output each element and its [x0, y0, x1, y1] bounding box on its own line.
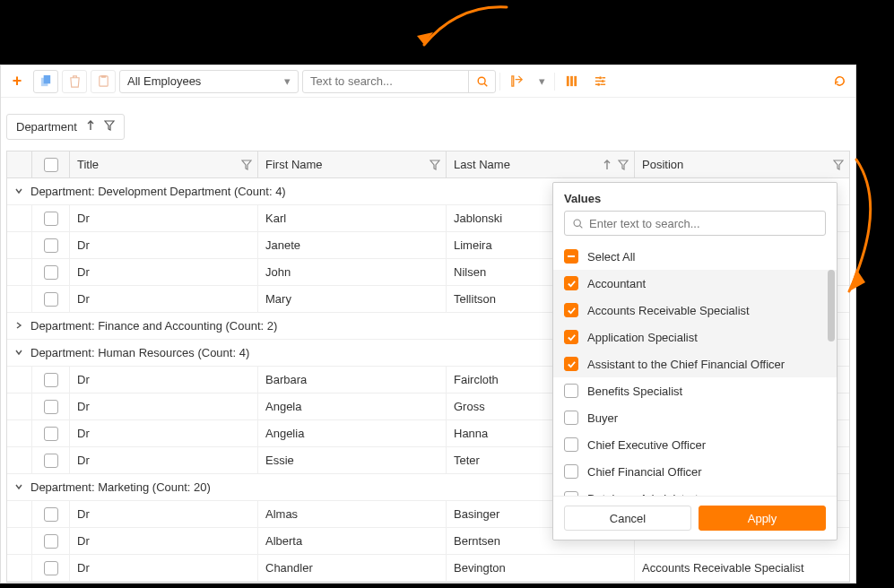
filter-icon[interactable]: [104, 120, 115, 134]
cell-first-name: Essie: [258, 447, 447, 473]
cell-first-name: Barbara: [258, 367, 447, 393]
caret-down-icon: ▾: [284, 74, 291, 88]
svg-point-6: [478, 77, 485, 84]
checkbox[interactable]: [564, 276, 578, 290]
apply-button[interactable]: Apply: [699, 506, 826, 531]
checkbox[interactable]: [564, 357, 578, 371]
row-checkbox[interactable]: [44, 561, 58, 575]
sort-asc-icon[interactable]: [86, 120, 95, 134]
checkbox[interactable]: [564, 384, 578, 398]
delete-button[interactable]: [62, 70, 87, 93]
header-last-name[interactable]: Last Name: [447, 151, 635, 177]
cell-expander: [7, 555, 32, 581]
checkbox[interactable]: [564, 330, 578, 344]
new-button[interactable]: +: [4, 70, 30, 93]
checkbox[interactable]: [564, 303, 578, 317]
columns-button[interactable]: [559, 70, 584, 93]
filter-value-item[interactable]: Assistant to the Chief Financial Officer: [553, 350, 837, 377]
svg-rect-9: [570, 76, 573, 86]
header-title[interactable]: Title: [70, 151, 258, 177]
row-checkbox[interactable]: [44, 534, 58, 549]
filter-value-item[interactable]: Accountant: [553, 270, 837, 297]
clipboard-button[interactable]: [91, 70, 116, 93]
checkbox[interactable]: [564, 491, 578, 496]
svg-marker-0: [417, 32, 433, 45]
cell-first-name: John: [258, 259, 447, 285]
checkbox[interactable]: [564, 411, 578, 425]
svg-rect-10: [574, 76, 577, 86]
header-position[interactable]: Position: [635, 151, 849, 177]
refresh-button[interactable]: [827, 70, 852, 93]
settings-button[interactable]: [587, 70, 612, 93]
filter-popup-position: Values Select All AccountantAccounts Rec…: [552, 182, 838, 540]
filter-search-input[interactable]: [589, 217, 818, 230]
export-dropdown[interactable]: ▾: [533, 70, 551, 93]
header-first-label: First Name: [265, 158, 323, 171]
cell-check: [32, 286, 70, 312]
filter-value-item[interactable]: Buyer: [553, 404, 837, 431]
cell-check: [32, 447, 70, 473]
sort-asc-icon[interactable]: [602, 160, 612, 170]
group-label: Department: Development Department (Coun…: [30, 185, 286, 198]
select-all-checkbox[interactable]: [564, 249, 578, 264]
view-selector[interactable]: All Employees ▾: [119, 70, 299, 93]
filter-value-item[interactable]: Application Specialist: [553, 324, 837, 350]
filter-icon[interactable]: [241, 160, 252, 170]
cell-first-name: Angelia: [258, 420, 447, 446]
filter-value-item[interactable]: Chief Financial Officer: [553, 458, 837, 485]
row-checkbox[interactable]: [44, 454, 58, 468]
chevron-down-icon: [14, 346, 23, 359]
cell-title: Dr: [70, 447, 258, 473]
filter-icon[interactable]: [618, 160, 629, 170]
filter-icon[interactable]: [833, 160, 844, 170]
group-chip-label: Department: [16, 120, 77, 134]
scrollbar-thumb[interactable]: [828, 270, 835, 342]
row-checkbox[interactable]: [44, 238, 58, 253]
export-button[interactable]: [504, 70, 529, 93]
cell-first-name: Alberta: [258, 528, 447, 554]
cell-title: Dr: [70, 555, 258, 581]
cell-first-name: Mary: [258, 286, 447, 312]
cell-title: Dr: [70, 420, 258, 446]
chevron-down-icon: [14, 480, 23, 494]
select-all-rows-checkbox[interactable]: [44, 158, 58, 172]
cell-check: [32, 393, 70, 419]
table-row[interactable]: DrChandlerBevingtonAccounts Receivable S…: [7, 555, 849, 582]
filter-value-item[interactable]: Database Administrator: [553, 485, 837, 496]
row-checkbox[interactable]: [44, 212, 58, 226]
cancel-button[interactable]: Cancel: [564, 506, 691, 531]
header-first-name[interactable]: First Name: [258, 151, 447, 177]
header-position-label: Position: [642, 158, 683, 171]
cell-first-name: Almas: [258, 501, 447, 527]
group-chip-department[interactable]: Department: [6, 114, 125, 140]
cell-last-name: Bevington: [447, 555, 635, 581]
search-button[interactable]: [468, 70, 495, 93]
row-checkbox[interactable]: [44, 427, 58, 441]
row-checkbox[interactable]: [44, 265, 58, 280]
cell-position: Accounts Receivable Specialist: [635, 555, 849, 581]
cell-check: [32, 232, 70, 258]
checkbox[interactable]: [564, 464, 578, 479]
copy-button[interactable]: [33, 70, 58, 93]
row-checkbox[interactable]: [44, 400, 58, 414]
checkbox[interactable]: [564, 437, 578, 452]
filter-value-item[interactable]: Chief Executive Officer: [553, 431, 837, 458]
row-checkbox[interactable]: [44, 292, 58, 307]
filter-value-label: Database Administrator: [587, 492, 708, 497]
filter-icon[interactable]: [430, 160, 440, 170]
annotation-arrow-top: [408, 0, 516, 63]
cell-title: Dr: [70, 393, 258, 419]
row-checkbox[interactable]: [44, 507, 58, 522]
filter-popup-footer: Cancel Apply: [553, 496, 837, 540]
cell-title: Dr: [70, 286, 258, 312]
filter-select-all[interactable]: Select All: [553, 243, 837, 270]
row-checkbox[interactable]: [44, 373, 58, 387]
svg-line-7: [484, 83, 487, 86]
filter-value-label: Application Specialist: [587, 331, 698, 344]
filter-value-item[interactable]: Accounts Receivable Specialist: [553, 297, 837, 324]
cell-check: [32, 555, 70, 581]
svg-point-14: [574, 220, 580, 226]
filter-value-item[interactable]: Benefits Specialist: [553, 377, 837, 404]
cell-check: [32, 528, 70, 554]
search-input[interactable]: [303, 74, 468, 88]
